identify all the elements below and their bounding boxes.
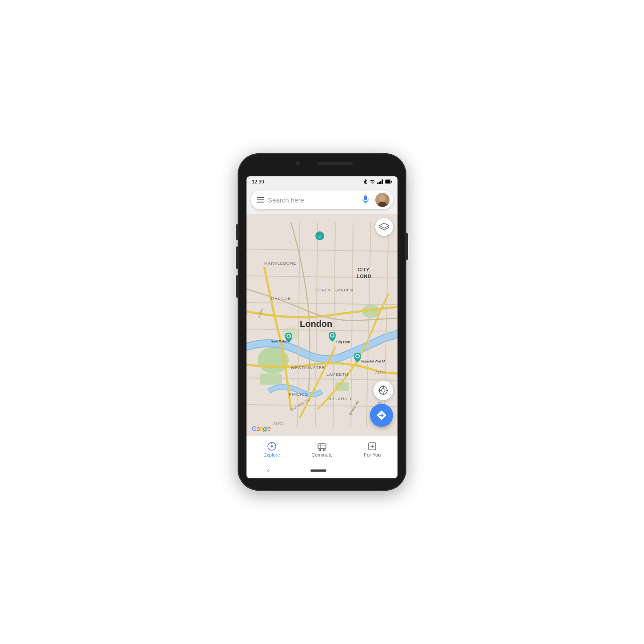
status-bar: 12:30 <box>246 176 398 187</box>
nav-item-explore[interactable]: Explore <box>246 441 297 457</box>
svg-text:LAMBETH: LAMBETH <box>326 372 349 377</box>
signal-icon <box>377 179 383 184</box>
phone-speaker <box>318 162 353 165</box>
svg-text:A3204: A3204 <box>375 370 386 374</box>
for-you-label: For You <box>364 452 381 457</box>
menu-button[interactable] <box>257 197 264 203</box>
wifi-icon <box>369 179 375 184</box>
search-bar[interactable]: Search here <box>251 191 393 209</box>
google-logo: Google <box>252 425 270 432</box>
svg-rect-7 <box>364 195 367 200</box>
nav-item-for-you[interactable]: For You <box>347 441 398 457</box>
svg-text:⌂: ⌂ <box>318 233 322 239</box>
nav-item-commute[interactable]: Commute <box>297 441 347 457</box>
commute-icon <box>317 441 327 451</box>
svg-text:A3205: A3205 <box>273 421 284 425</box>
phone-device: 12:30 <box>238 153 406 491</box>
mic-button[interactable] <box>359 194 372 206</box>
android-nav: ‹ <box>246 462 398 478</box>
svg-rect-1 <box>379 182 380 184</box>
my-location-button[interactable] <box>374 381 393 400</box>
svg-point-45 <box>331 334 334 337</box>
mute-button <box>236 275 238 298</box>
android-back-button[interactable]: ‹ <box>267 467 270 474</box>
svg-text:LOND: LOND <box>357 274 371 279</box>
svg-rect-2 <box>380 181 382 184</box>
svg-text:VAUXHALL: VAUXHALL <box>329 397 353 401</box>
svg-text:ham Palace: ham Palace <box>271 339 290 343</box>
status-time: 12:30 <box>252 179 264 184</box>
android-home-button[interactable] <box>310 469 326 472</box>
svg-point-56 <box>382 389 385 392</box>
svg-rect-0 <box>377 183 378 184</box>
directions-icon <box>376 409 387 421</box>
battery-icon <box>385 179 392 184</box>
svg-text:COVENT GARDEN: COVENT GARDEN <box>315 288 353 292</box>
svg-text:MARYLEBONE: MARYLEBONE <box>264 261 296 266</box>
svg-point-61 <box>270 445 273 447</box>
directions-button[interactable] <box>370 404 393 427</box>
svg-text:MAYFAIR: MAYFAIR <box>271 297 291 301</box>
commute-label: Commute <box>311 452 333 457</box>
svg-text:CITY: CITY <box>358 267 370 272</box>
svg-point-51 <box>356 355 359 358</box>
user-avatar[interactable] <box>375 193 390 207</box>
svg-text:PIMLICO: PIMLICO <box>289 392 308 397</box>
search-placeholder: Search here <box>268 196 356 204</box>
svg-point-67 <box>323 449 325 451</box>
svg-text:Imperial War M: Imperial War M <box>361 359 385 363</box>
for-you-icon <box>367 441 377 451</box>
map-area[interactable]: MARYLEBONE MAYFAIR COVENT GARDEN CITY LO… <box>246 214 398 436</box>
svg-point-48 <box>287 335 290 338</box>
svg-rect-12 <box>260 374 282 385</box>
explore-label: Explore <box>263 452 280 457</box>
location-icon <box>378 386 388 395</box>
svg-rect-5 <box>386 180 390 183</box>
svg-text:London: London <box>300 319 332 329</box>
phone-screen: 12:30 <box>246 176 398 478</box>
volume-down-button <box>236 246 238 269</box>
explore-icon <box>267 441 277 451</box>
svg-rect-3 <box>382 179 383 184</box>
bottom-nav: Explore Commute Fo <box>246 436 398 462</box>
svg-point-66 <box>319 449 321 451</box>
phone-camera <box>295 161 300 166</box>
layers-icon <box>379 223 389 231</box>
layers-button[interactable] <box>375 218 393 236</box>
map-svg: MARYLEBONE MAYFAIR COVENT GARDEN CITY LO… <box>246 214 398 436</box>
volume-up-button <box>236 224 238 240</box>
svg-text:Big Ben: Big Ben <box>336 340 350 344</box>
svg-rect-6 <box>391 181 392 183</box>
search-bar-container: Search here <box>246 187 398 214</box>
status-icons <box>363 179 392 184</box>
bluetooth-icon <box>363 179 367 184</box>
power-button <box>406 233 408 260</box>
svg-text:WESTMINSTER: WESTMINSTER <box>291 366 326 370</box>
